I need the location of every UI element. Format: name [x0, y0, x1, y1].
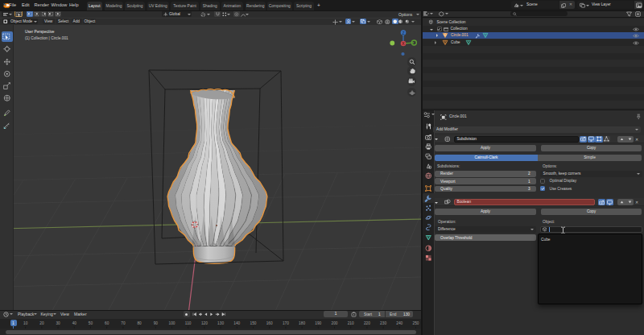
svg-text:190: 190: [315, 321, 321, 325]
svg-text:160: 160: [266, 321, 273, 325]
svg-text:Z: Z: [402, 31, 404, 35]
svg-text:180: 180: [299, 321, 305, 325]
svg-text:240: 240: [396, 321, 402, 325]
svg-text:60: 60: [105, 321, 109, 325]
svg-text:30: 30: [56, 321, 60, 325]
svg-text:10: 10: [23, 321, 28, 325]
svg-text:150: 150: [250, 321, 256, 325]
svg-text:250: 250: [412, 321, 419, 325]
svg-text:220: 220: [364, 321, 370, 325]
svg-text:200: 200: [331, 321, 337, 325]
svg-text:70: 70: [121, 321, 126, 325]
svg-text:130: 130: [217, 321, 224, 325]
svg-text:230: 230: [380, 321, 386, 325]
svg-text:110: 110: [185, 321, 192, 325]
svg-text:140: 140: [233, 321, 240, 325]
svg-text:20: 20: [39, 321, 44, 325]
svg-text:170: 170: [283, 321, 289, 325]
svg-text:40: 40: [72, 321, 77, 325]
svg-text:50: 50: [89, 321, 93, 325]
svg-text:210: 210: [348, 321, 354, 325]
svg-text:100: 100: [168, 321, 175, 325]
svg-text:90: 90: [154, 321, 159, 325]
svg-text:80: 80: [137, 321, 142, 325]
svg-text:120: 120: [201, 321, 208, 325]
